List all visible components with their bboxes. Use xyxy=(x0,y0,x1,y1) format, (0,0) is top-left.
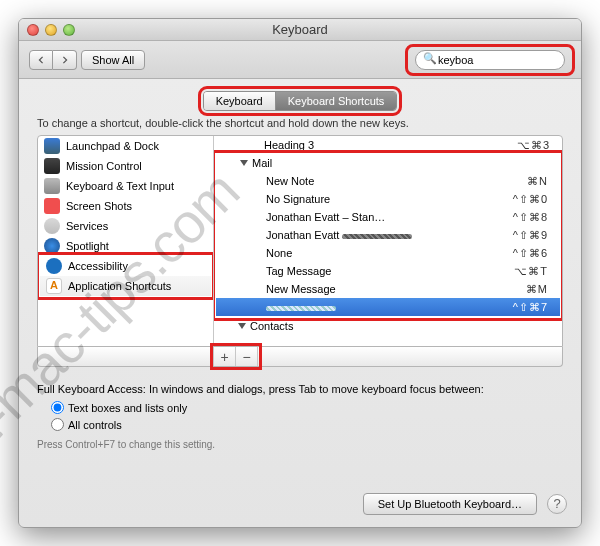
category-row: Accessibility xyxy=(40,256,211,276)
shortcut-keys: ^⇧⌘7 xyxy=(513,301,552,314)
shortcut-label: Jonathan Evatt xyxy=(266,229,513,241)
category-row: Mission Control xyxy=(38,156,213,176)
shortcut-label: New Note xyxy=(266,175,527,187)
shortcut-keys: ^⇧⌘8 xyxy=(513,211,552,224)
category-label: Launchpad & Dock xyxy=(66,140,159,152)
redacted-icon xyxy=(266,306,336,311)
disclosure-icon[interactable] xyxy=(240,160,248,166)
nav-segment xyxy=(29,50,77,70)
category-label: Spotlight xyxy=(66,240,109,252)
radio-label: Text boxes and lists only xyxy=(68,402,187,414)
category-row: Screen Shots xyxy=(38,196,213,216)
traffic-lights xyxy=(27,24,75,36)
shortcut-label xyxy=(266,301,513,313)
prefs-window: Keyboard Show All 🔍 Keyboard Keyboard Sh… xyxy=(18,18,582,528)
services-icon xyxy=(44,218,60,234)
minimize-icon[interactable] xyxy=(45,24,57,36)
remove-button[interactable]: − xyxy=(236,347,258,366)
keyboard-input-icon xyxy=(44,178,60,194)
shortcut-keys: ⌘N xyxy=(527,175,552,188)
shortcut-keys: ^⇧⌘9 xyxy=(513,229,552,242)
shortcut-keys: ⌘M xyxy=(526,283,552,296)
back-button[interactable] xyxy=(29,50,53,70)
category-list[interactable]: Launchpad & Dock Mission Control Keyboar… xyxy=(38,136,214,346)
radio-input[interactable] xyxy=(51,401,64,414)
screenshot-icon xyxy=(44,198,60,214)
shortcut-label: None xyxy=(266,247,513,259)
category-row: Services xyxy=(38,216,213,236)
shortcut-label: Jonathan Evatt – Stan… xyxy=(266,211,513,223)
radio-text-lists[interactable]: Text boxes and lists only xyxy=(37,399,563,416)
tab-keyboard-shortcuts[interactable]: Keyboard Shortcuts xyxy=(276,92,397,110)
radio-label: All controls xyxy=(68,419,122,431)
shortcut-label: No Signature xyxy=(266,193,513,205)
search-input[interactable] xyxy=(415,50,565,70)
toolbar: Show All 🔍 xyxy=(19,41,581,79)
category-row-selected: Application Shortcuts xyxy=(40,276,211,296)
zoom-icon[interactable] xyxy=(63,24,75,36)
shortcut-panels: Launchpad & Dock Mission Control Keyboar… xyxy=(37,135,563,347)
shortcut-group: Mail xyxy=(252,157,552,169)
chevron-left-icon xyxy=(37,56,45,64)
category-label: Mission Control xyxy=(66,160,142,172)
shortcut-label: Tag Message xyxy=(266,265,514,277)
full-access-heading: Full Keyboard Access: In windows and dia… xyxy=(37,383,563,395)
spotlight-icon xyxy=(44,238,60,254)
show-all-button[interactable]: Show All xyxy=(81,50,145,70)
disclosure-icon[interactable] xyxy=(238,323,246,329)
window-title: Keyboard xyxy=(272,22,328,37)
category-label: Screen Shots xyxy=(66,200,132,212)
titlebar: Keyboard xyxy=(19,19,581,41)
search-highlight: 🔍 xyxy=(409,48,571,72)
instruction-text: To change a shortcut, double-click the s… xyxy=(37,117,563,129)
category-row: Keyboard & Text Input xyxy=(38,176,213,196)
mission-control-icon xyxy=(44,158,60,174)
tab-keyboard[interactable]: Keyboard xyxy=(204,92,276,110)
category-row: Launchpad & Dock xyxy=(38,136,213,156)
category-label: Services xyxy=(66,220,108,232)
radio-all-controls[interactable]: All controls xyxy=(37,416,563,433)
tab-bar: Keyboard Keyboard Shortcuts xyxy=(19,91,581,111)
app-shortcuts-icon xyxy=(46,278,62,294)
accessibility-icon xyxy=(46,258,62,274)
category-label: Accessibility xyxy=(68,260,128,272)
forward-button[interactable] xyxy=(53,50,77,70)
close-icon[interactable] xyxy=(27,24,39,36)
help-button[interactable]: ? xyxy=(547,494,567,514)
add-remove-bar: + − xyxy=(37,347,563,367)
launchpad-icon xyxy=(44,138,60,154)
shortcut-label: New Message xyxy=(266,283,526,295)
shortcut-keys: ^⇧⌘0 xyxy=(513,193,552,206)
add-button[interactable]: + xyxy=(214,347,236,366)
chevron-right-icon xyxy=(61,56,69,64)
shortcut-keys: ⌥⌘T xyxy=(514,265,552,278)
category-label: Keyboard & Text Input xyxy=(66,180,174,192)
category-row: Spotlight xyxy=(38,236,213,256)
search-icon: 🔍 xyxy=(423,52,437,65)
shortcut-keys: ⌥⌘3 xyxy=(517,139,554,152)
category-label: Application Shortcuts xyxy=(68,280,171,292)
bluetooth-keyboard-button[interactable]: Set Up Bluetooth Keyboard… xyxy=(363,493,537,515)
shortcut-keys: ^⇧⌘6 xyxy=(513,247,552,260)
full-access-hint: Press Control+F7 to change this setting. xyxy=(37,439,563,450)
shortcut-label: Heading 3 xyxy=(264,139,517,151)
shortcut-list[interactable]: Heading 3⌥⌘3 Mail New Note⌘N No Signatur… xyxy=(214,136,562,346)
radio-input[interactable] xyxy=(51,418,64,431)
redacted-icon xyxy=(342,234,412,239)
shortcut-row-selected: ^⇧⌘7 xyxy=(216,298,560,316)
shortcut-group: Contacts xyxy=(250,320,554,332)
